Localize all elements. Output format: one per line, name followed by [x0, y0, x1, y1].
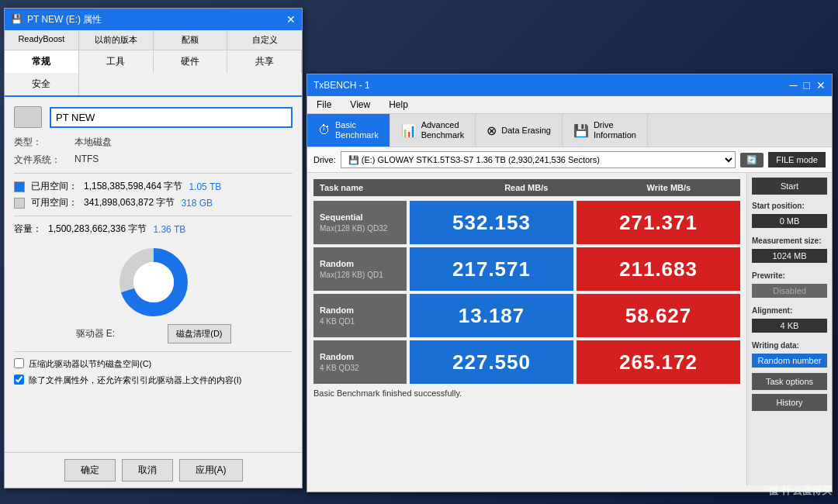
prewrite-label: Prewrite: [752, 271, 827, 280]
free-bytes: 341,898,063,872 字节 [84, 196, 175, 209]
bench-body: Task name Read MB/s Write MB/s Sequentia… [307, 173, 832, 485]
fs-label: 文件系统： [14, 154, 68, 167]
used-size: 1.05 TB [189, 181, 221, 192]
tab-hardware[interactable]: 硬件 [154, 50, 228, 73]
props-footer: 确定 取消 应用(A) [5, 452, 302, 488]
index-checkbox-row: 除了文件属性外，还允许索引引此驱动器上文件的内容(I) [14, 375, 293, 386]
txbench-window: TxBENCH - 1 ─ □ ✕ File View Help ⏱ Basic… [306, 74, 833, 492]
results-table: Task name Read MB/s Write MB/s [313, 179, 740, 196]
capacity-label: 容量： [14, 223, 42, 236]
measurement-size-value: 1024 MB [752, 249, 827, 263]
bench-write-1: 211.683 [577, 247, 740, 291]
bench-sidebar: Start Start position: 0 MB Measurement s… [746, 173, 832, 485]
watermark: 值·什么值得买 [768, 484, 832, 498]
data-erasing-icon: ⊗ [487, 123, 497, 138]
space-bars: 已用空间： 1,158,385,598,464 字节 1.05 TB 可用空间：… [14, 180, 293, 209]
bench-window-title: TxBENCH - 1 [313, 80, 370, 91]
bench-write-3: 265.172 [577, 340, 740, 384]
row-sub-3: 4 KB QD32 [320, 363, 400, 374]
row-sub-1: Max(128 KB) QD1 [320, 270, 400, 281]
drive-select[interactable]: 💾 (E:) GLOWAY STK1.5TS3-S7 1.36 TB (2,93… [341, 151, 736, 168]
tab-advanced-benchmark[interactable]: 📊 AdvancedBenchmark [390, 114, 476, 147]
drive-information-label: DriveInformation [594, 120, 636, 140]
bench-row-random-4k-qd32: Random 4 KB QD32 227.550 265.172 [313, 340, 740, 384]
capacity-size: 1.36 TB [153, 224, 185, 235]
fs-value: NTFS [74, 154, 99, 167]
task-options-button[interactable]: Task options [752, 373, 827, 390]
col-task-name: Task name [313, 179, 455, 196]
tab-quota[interactable]: 配额 [154, 30, 228, 50]
free-size: 318 GB [181, 198, 213, 209]
start-button[interactable]: Start [752, 178, 827, 195]
props-titlebar: 💾 PT NEW (E:) 属性 ✕ [5, 9, 302, 30]
col-write: Write MB/s [597, 179, 740, 196]
tab-tools[interactable]: 工具 [79, 50, 154, 73]
tab-readyboost[interactable]: ReadyBoost [5, 30, 79, 50]
disk-cleanup-button[interactable]: 磁盘清理(D) [168, 324, 230, 343]
bench-row-label-2: Random 4 KB QD1 [313, 294, 407, 337]
start-position-label: Start position: [752, 202, 827, 210]
apply-button[interactable]: 应用(A) [179, 459, 243, 482]
free-space-row: 可用空间： 341,898,063,872 字节 318 GB [14, 196, 293, 209]
divider1 [14, 173, 293, 174]
bench-titlebar: TxBENCH - 1 ─ □ ✕ [307, 74, 832, 96]
file-mode-button[interactable]: FILE mode [768, 152, 826, 167]
compress-checkbox-row: 压缩此驱动器以节约磁盘空间(C) [14, 358, 293, 370]
tab-drive-information[interactable]: 💾 DriveInformation [563, 114, 648, 147]
bench-row-random-4k-qd1: Random 4 KB QD1 13.187 58.627 [313, 294, 740, 337]
compress-label: 压缩此驱动器以节约磁盘空间(C) [29, 358, 151, 370]
bench-nav-tabs: ⏱ BasicBenchmark 📊 AdvancedBenchmark ⊗ D… [307, 114, 832, 147]
props-window-title: PT NEW (E:) 属性 [27, 13, 102, 26]
used-color-box [14, 181, 25, 192]
bench-read-2: 13.187 [410, 294, 573, 337]
row-sub-0: Max(128 KB) QD32 [320, 223, 400, 234]
bench-close-icon[interactable]: ✕ [816, 79, 826, 91]
history-button[interactable]: History [752, 394, 827, 411]
index-checkbox[interactable] [14, 375, 24, 385]
free-label: 可用空间： [31, 196, 78, 209]
tab-security[interactable]: 安全 [5, 73, 79, 95]
row-title-3: Random [320, 351, 400, 363]
prewrite-value: Disabled [752, 284, 827, 298]
tab-basic-benchmark[interactable]: ⏱ BasicBenchmark [307, 114, 390, 147]
type-label: 类型： [14, 136, 68, 149]
tab-customize[interactable]: 自定义 [227, 30, 302, 50]
used-space-row: 已用空间： 1,158,385,598,464 字节 1.05 TB [14, 180, 293, 193]
advanced-benchmark-icon: 📊 [401, 123, 417, 138]
bench-menubar: File View Help [307, 96, 832, 114]
capacity-bytes: 1,500,283,662,336 字节 [48, 223, 147, 236]
bench-row-label-1: Random Max(128 KB) QD1 [313, 247, 407, 291]
drive-refresh-button[interactable]: 🔄 [740, 153, 764, 167]
bench-row-random-128-qd1: Random Max(128 KB) QD1 217.571 211.683 [313, 247, 740, 291]
bench-read-3: 227.550 [410, 340, 573, 384]
cancel-button[interactable]: 取消 [122, 459, 173, 482]
bench-row-sequential: Sequential Max(128 KB) QD32 532.153 271.… [313, 201, 740, 244]
drive-select-label: Drive: [313, 155, 336, 164]
tab-sharing[interactable]: 共享 [227, 50, 302, 73]
bench-read-0: 532.153 [410, 201, 573, 244]
donut-chart-container: 驱动器 E: 磁盘清理(D) [14, 243, 293, 343]
compress-checkbox[interactable] [14, 358, 24, 368]
menu-help[interactable]: Help [386, 98, 411, 112]
minimize-icon[interactable]: ─ [790, 79, 798, 91]
maximize-icon[interactable]: □ [804, 79, 810, 91]
bench-status: Basic Benchmark finished successfully. [313, 387, 740, 399]
close-icon[interactable]: ✕ [286, 13, 296, 26]
drive-name-row [14, 106, 293, 128]
tab-data-erasing[interactable]: ⊗ Data Erasing [476, 114, 563, 147]
drive-label: 驱动器 E: [76, 327, 116, 340]
row-title-1: Random [320, 258, 400, 270]
basic-benchmark-label: BasicBenchmark [335, 120, 379, 140]
drive-icon-small: 💾 [11, 14, 23, 25]
ok-button[interactable]: 确定 [64, 459, 116, 482]
donut-chart [115, 243, 192, 321]
tab-previous-versions[interactable]: 以前的版本 [79, 30, 154, 50]
menu-file[interactable]: File [313, 98, 334, 112]
drive-info-icon: 💾 [573, 123, 589, 138]
alignment-value: 4 KB [752, 319, 827, 333]
tab-general[interactable]: 常规 [5, 50, 79, 73]
drive-name-input[interactable] [50, 107, 293, 128]
alignment-label: Alignment: [752, 306, 827, 315]
bench-main: Task name Read MB/s Write MB/s Sequentia… [307, 173, 746, 485]
menu-view[interactable]: View [347, 98, 373, 112]
